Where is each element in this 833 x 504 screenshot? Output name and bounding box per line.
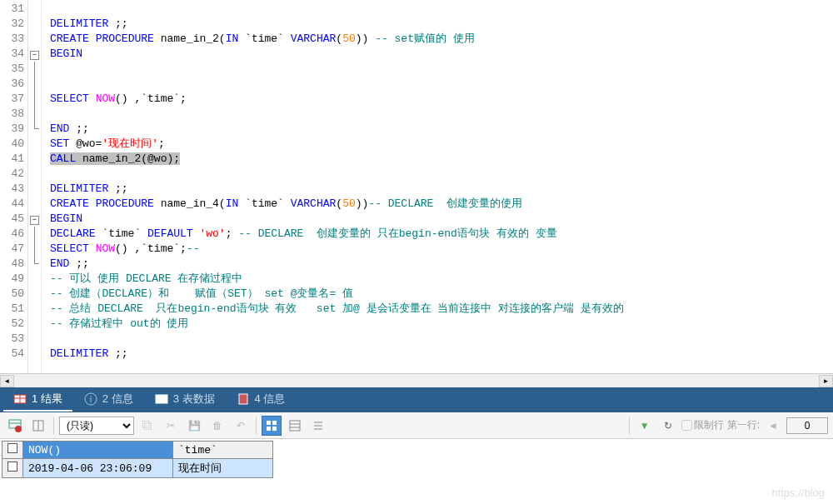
first-row-label: 第一行:	[727, 418, 760, 432]
limit-row-text: 限制行	[694, 418, 724, 432]
tab-label: 3 表数据	[173, 392, 215, 407]
toggle-grid-icon	[32, 419, 45, 432]
table-row[interactable]: 2019-04-06 23:06:09现在时间	[2, 459, 273, 478]
mode-select[interactable]: (只读)	[59, 417, 134, 435]
scroll-right-button[interactable]: ►	[819, 375, 833, 387]
result-grid-area: NOW()`time` 2019-04-06 23:06:09现在时间 http…	[0, 439, 833, 504]
header-checkbox[interactable]	[7, 443, 17, 453]
text-icon	[312, 420, 324, 432]
svg-rect-9	[239, 394, 247, 404]
toggle-button[interactable]	[28, 416, 48, 436]
tab-4[interactable]: 4 信息	[227, 388, 296, 412]
code-content[interactable]: DELIMITER ;;CREATE PROCEDURE name_in_2(I…	[42, 0, 833, 373]
save-button: 💾	[184, 416, 204, 436]
separator	[629, 417, 630, 434]
line-number-gutter: 3132333435363738394041424344454647484950…	[0, 0, 28, 373]
fold-toggle[interactable]: −	[30, 51, 39, 60]
column-header[interactable]: NOW()	[23, 442, 173, 459]
fold-column[interactable]: −−	[28, 0, 42, 373]
refresh-icon: ↻	[664, 420, 672, 432]
svg-rect-17	[267, 427, 271, 431]
delete-button: 🗑	[207, 416, 227, 436]
table-add-icon	[8, 419, 22, 432]
watermark: https://blog	[771, 487, 825, 499]
scissors-icon: ✂	[167, 420, 175, 432]
prev-page-button: ◄	[763, 416, 783, 436]
tab-3[interactable]: 3 表数据	[145, 388, 225, 412]
svg-rect-16	[272, 421, 277, 425]
result-table[interactable]: NOW()`time` 2019-04-06 23:06:09现在时间	[2, 441, 273, 478]
results-toolbar: (只读) ⿻ ✂ 💾 🗑 ↶ ▼ ↻ 限制行 第一行: ◄	[0, 412, 833, 439]
fold-toggle[interactable]: −	[30, 216, 39, 225]
cell[interactable]: 2019-04-06 23:06:09	[23, 459, 173, 478]
copy-button: ⿻	[137, 416, 157, 436]
funnel-icon: ▼	[640, 420, 650, 432]
svg-rect-5	[156, 395, 167, 403]
cut-button: ✂	[161, 416, 181, 436]
undo-icon: ↶	[237, 420, 245, 432]
tab-label: 2 信息	[102, 392, 133, 407]
svg-rect-15	[267, 421, 271, 425]
grid-icon	[266, 420, 277, 432]
svg-rect-19	[290, 421, 300, 431]
tab-icon	[237, 392, 250, 406]
results-tabs-bar: 1 结果i2 信息3 表数据4 信息	[0, 387, 833, 412]
scroll-left-button[interactable]: ◄	[0, 375, 14, 387]
tab-label: 4 信息	[255, 392, 286, 407]
text-view-button[interactable]	[308, 416, 328, 436]
svg-rect-18	[272, 427, 277, 431]
form-view-button[interactable]	[285, 416, 305, 436]
tab-2[interactable]: i2 信息	[74, 388, 143, 412]
form-icon	[289, 420, 301, 432]
copy-icon: ⿻	[142, 420, 152, 432]
add-row-button[interactable]	[5, 416, 25, 436]
tab-label: 1 结果	[32, 392, 62, 407]
svg-text:i: i	[90, 395, 92, 404]
filter-button[interactable]: ▼	[635, 416, 655, 436]
trash-icon: 🗑	[212, 420, 222, 432]
undo-button: ↶	[231, 416, 251, 436]
tab-icon	[13, 392, 27, 406]
column-header[interactable]: `time`	[173, 442, 273, 459]
row-checkbox[interactable]	[7, 462, 17, 472]
separator	[53, 417, 54, 434]
horizontal-scrollbar[interactable]: ◄ ►	[0, 373, 833, 387]
tab-icon: i	[84, 392, 97, 406]
limit-row-checkbox-label[interactable]: 限制行	[681, 418, 724, 432]
limit-row-checkbox	[681, 420, 692, 431]
refresh-button[interactable]: ↻	[658, 416, 678, 436]
code-editor[interactable]: 3132333435363738394041424344454647484950…	[0, 0, 833, 373]
tab-1[interactable]: 1 结果	[3, 388, 72, 412]
first-row-input[interactable]	[786, 417, 828, 434]
separator	[256, 417, 257, 434]
grid-view-button[interactable]	[262, 416, 282, 436]
cell[interactable]: 现在时间	[173, 459, 273, 478]
save-icon: 💾	[188, 420, 201, 432]
tab-icon	[155, 392, 168, 406]
svg-point-12	[15, 426, 22, 432]
